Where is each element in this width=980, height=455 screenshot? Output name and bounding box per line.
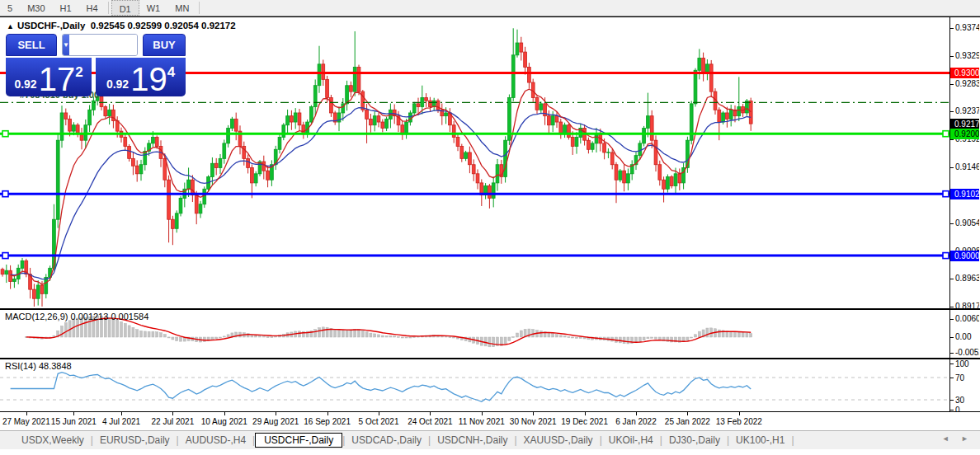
- rsi-row: RSI(14) 48.3848 10070300: [0, 359, 980, 412]
- price-tick: [950, 139, 954, 140]
- chart-tab-uk100-[interactable]: UK100-,H1: [729, 433, 791, 448]
- buy-price-prefix: 0.92: [106, 77, 129, 91]
- date-tick: [327, 412, 328, 415]
- macd-row: MACD(12,26,9) 0.001213 0.001584 0.006038…: [0, 310, 980, 359]
- volume-decrease-icon[interactable]: ▼: [63, 35, 69, 55]
- macd-signal-line: [26, 318, 751, 345]
- tab-separator: |: [791, 434, 794, 446]
- timeframe-button-5[interactable]: 5: [0, 0, 20, 16]
- date-tick-label: 13 Feb 2022: [716, 417, 762, 426]
- toolbar-separator: [199, 2, 200, 14]
- main-chart-plot[interactable]: ▲USDCHF-,Daily 0.92545 0.92599 0.92054 0…: [0, 17, 949, 308]
- volume-spinner: ▼ ▲: [62, 34, 138, 56]
- chart-tab-usdchf-[interactable]: USDCHF-,Daily: [255, 433, 342, 448]
- price-badge: 0.91020: [950, 189, 979, 199]
- chart-tab-xauusd-[interactable]: XAUUSD-,Daily: [517, 433, 600, 448]
- line-handle: [943, 253, 949, 259]
- date-tick-label: 5 Oct 2021: [359, 417, 399, 426]
- date-tick-label: 15 Jun 2021: [51, 417, 97, 426]
- timeframe-button-h4[interactable]: H4: [79, 0, 106, 16]
- rsi-plot[interactable]: RSI(14) 48.3848: [0, 359, 949, 411]
- chart-header: ▲USDCHF-,Daily 0.92545 0.92599 0.92054 0…: [7, 21, 236, 30]
- chart-tab-usdcad-[interactable]: USDCAD-,Daily: [345, 433, 428, 448]
- price-badge: 0.92172: [950, 119, 979, 129]
- chart-tab-ukoil-[interactable]: UKOil-,H4: [602, 433, 660, 448]
- rsi-axis: 10070300: [949, 359, 979, 411]
- volume-input[interactable]: [69, 35, 138, 55]
- date-tick: [73, 412, 74, 415]
- macd-tick-label: 0.006038: [955, 314, 979, 323]
- date-tick-label: 16 Sep 2021: [304, 417, 351, 426]
- rsi-tick: [950, 378, 954, 378]
- timeframe-button-h1[interactable]: H1: [53, 0, 79, 16]
- price-tick: [950, 28, 954, 29]
- date-tick: [585, 412, 586, 415]
- date-tick: [172, 412, 173, 415]
- date-tick: [379, 412, 379, 415]
- date-axis[interactable]: 27 May 202115 Jun 20214 Jul 202122 Jul 2…: [0, 412, 949, 430]
- date-tick-label: 6 Jan 2022: [615, 417, 657, 426]
- buy-price-display[interactable]: 0.92194: [96, 58, 186, 96]
- date-tick: [739, 412, 740, 415]
- chart-tab-bar: USDX,Weekly|EURUSD-,Daily|AUDUSD-,H4|USD…: [0, 431, 980, 449]
- rsi-tick-label: 0: [955, 406, 960, 411]
- price-badge: 0.93006: [950, 68, 979, 78]
- date-tick-label: 22 Jul 2021: [152, 417, 195, 426]
- timeframe-button-mn[interactable]: MN: [167, 0, 196, 16]
- line-handle: [2, 131, 8, 137]
- line-handle: [2, 191, 8, 197]
- sell-price-prefix: 0.92: [14, 77, 36, 91]
- chart-tab-usdx[interactable]: USDX,Weekly: [15, 433, 91, 448]
- one-click-trade-panel: SELL ▼ ▲ BUY 0.92172 0.92194: [6, 34, 186, 96]
- date-tick: [224, 412, 225, 415]
- price-tick: [950, 223, 954, 224]
- chart-tab-audusd-[interactable]: AUDUSD-,H4: [179, 433, 252, 448]
- date-axis-row: 27 May 202115 Jun 20214 Jul 202122 Jul 2…: [0, 412, 980, 431]
- price-tick: [950, 167, 954, 168]
- line-handle: [943, 191, 949, 197]
- date-tick: [687, 412, 688, 415]
- price-tick: [950, 56, 954, 57]
- price-tick-label: 0.93740: [955, 23, 979, 32]
- line-handle: [943, 131, 949, 137]
- sell-price-display[interactable]: 0.92172: [6, 58, 92, 96]
- sell-button[interactable]: SELL: [6, 34, 57, 56]
- collapse-icon[interactable]: ▲: [7, 22, 14, 30]
- date-tick-label: 25 Jan 2022: [665, 417, 710, 426]
- chart-tab-dj30-[interactable]: DJ30-,Daily: [662, 433, 727, 448]
- date-tick: [636, 412, 637, 415]
- line-handle: [2, 253, 8, 259]
- date-tick-label: 24 Oct 2021: [408, 417, 452, 426]
- price-tick-label: 0.90540: [955, 218, 979, 228]
- rsi-tick: [950, 364, 954, 364]
- date-tick: [26, 412, 27, 415]
- timeframe-button-d1[interactable]: D1: [111, 0, 139, 16]
- buy-button[interactable]: BUY: [143, 34, 186, 56]
- tab-scroll-arrows[interactable]: ◄ ►: [942, 434, 973, 443]
- price-tick-label: 0.89630: [955, 274, 979, 283]
- toolbar-separator: [108, 2, 109, 14]
- rsi-indicator: [0, 359, 949, 411]
- timeframe-button-m30[interactable]: M30: [20, 0, 52, 16]
- price-axis: 0.937400.932900.928300.923700.919200.914…: [949, 17, 979, 308]
- mt4-window: 5M30H1H4D1W1MN ▲USDCHF-,Daily 0.92545 0.…: [0, 0, 980, 455]
- rsi-label: RSI(14) 48.3848: [5, 361, 72, 371]
- price-tick-label: 0.89170: [955, 302, 979, 308]
- date-tick-label: 29 Aug 2021: [252, 417, 299, 426]
- chart-tab-eurusd-[interactable]: EURUSD-,Daily: [93, 433, 177, 448]
- timeframe-button-w1[interactable]: W1: [139, 0, 168, 16]
- chart-tab-usdcnh-[interactable]: USDCNH-,Daily: [431, 433, 514, 448]
- date-tick-label: 19 Dec 2021: [561, 417, 608, 426]
- sell-price-sup: 2: [75, 64, 82, 81]
- price-tick: [950, 307, 954, 307]
- price-tick: [950, 279, 954, 279]
- date-tick: [430, 412, 431, 415]
- price-tick-label: 0.93290: [955, 51, 979, 60]
- rsi-tick-label: 100: [955, 359, 969, 368]
- sell-price-big: 17: [39, 64, 76, 94]
- rsi-line: [11, 373, 751, 402]
- rsi-tick: [950, 410, 954, 410]
- macd-plot[interactable]: MACD(12,26,9) 0.001213 0.001584: [0, 310, 949, 358]
- date-tick-label: 4 Jul 2021: [102, 417, 140, 426]
- date-tick: [276, 412, 276, 415]
